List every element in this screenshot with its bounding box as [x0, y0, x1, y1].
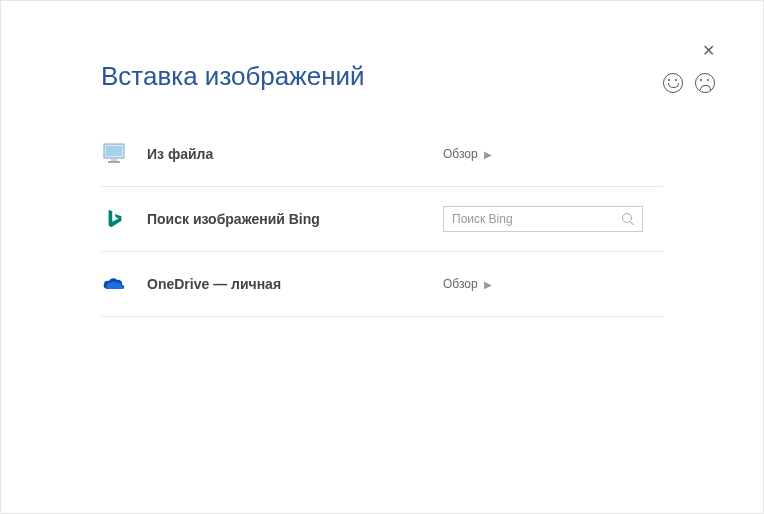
browse-onedrive-link[interactable]: Обзор ▶	[443, 277, 492, 291]
option-onedrive[interactable]: OneDrive — личная Обзор ▶	[101, 252, 663, 317]
svg-rect-3	[108, 161, 120, 163]
close-icon: ✕	[702, 42, 715, 59]
feedback-sad-icon[interactable]	[695, 73, 715, 93]
bing-search-box[interactable]	[443, 206, 643, 232]
option-label: Поиск изображений Bing	[147, 211, 443, 227]
dialog-title: Вставка изображений	[101, 61, 723, 92]
option-bing-search[interactable]: Поиск изображений Bing	[101, 187, 663, 252]
feedback-container	[663, 73, 715, 93]
bing-icon	[101, 205, 129, 233]
bing-search-input[interactable]	[452, 212, 622, 226]
browse-file-link[interactable]: Обзор ▶	[443, 147, 492, 161]
options-list: Из файла Обзор ▶ Поиск изображений Bing	[101, 122, 663, 317]
onedrive-icon	[101, 270, 129, 298]
close-button[interactable]: ✕	[702, 41, 715, 60]
option-label: OneDrive — личная	[147, 276, 443, 292]
chevron-right-icon: ▶	[484, 279, 492, 290]
insert-pictures-dialog: ✕ Вставка изображений Из файла Обзор ▶	[1, 1, 763, 513]
svg-rect-2	[111, 158, 117, 161]
feedback-happy-icon[interactable]	[663, 73, 683, 93]
option-from-file[interactable]: Из файла Обзор ▶	[101, 122, 663, 187]
option-label: Из файла	[147, 146, 443, 162]
computer-icon	[101, 140, 129, 168]
search-icon[interactable]	[622, 213, 634, 225]
svg-rect-1	[106, 146, 122, 156]
chevron-right-icon: ▶	[484, 149, 492, 160]
